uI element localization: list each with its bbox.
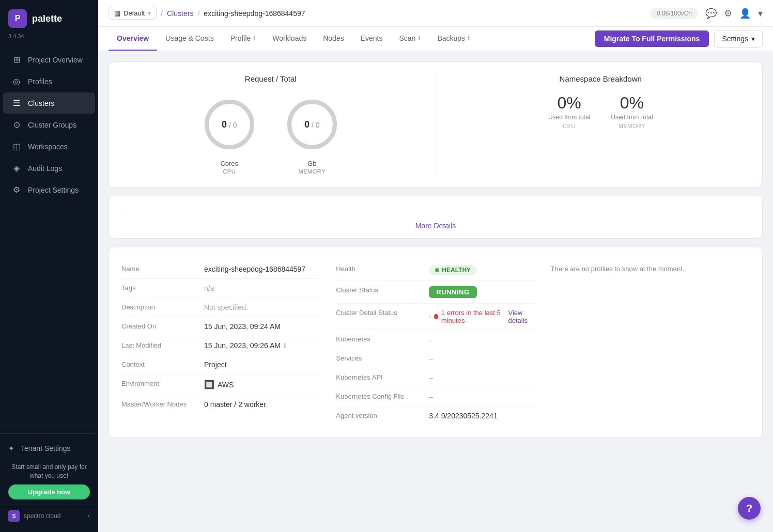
metrics-card: Request / Total 0 / 0 (109, 61, 763, 187)
topbar-left: ▦ Default ▾ / Clusters / exciting-sheepd… (109, 7, 305, 20)
upgrade-button[interactable]: Upgrade now (8, 484, 90, 499)
tenant-settings-label: Tenant Settings (21, 444, 71, 452)
status-detail-row: Cluster Detail Status › 1 errors in the … (336, 304, 535, 330)
info-modified-value: 15 Jun, 2023, 09:26 AM ℹ (204, 341, 286, 350)
breadcrumb-clusters-link[interactable]: Clusters (167, 9, 193, 18)
memory-gauge: 0 / 0 Gb MEMORY (281, 93, 343, 175)
logo-icon: P (8, 9, 27, 28)
sidebar-item-project-settings[interactable]: ⚙ Project Settings (3, 179, 95, 200)
tab-usage-costs-label: Usage & Costs (165, 34, 213, 42)
more-details-card: More Details (109, 196, 763, 239)
sidebar-item-label: Project Settings (28, 186, 79, 194)
status-health-row: Health HEALTHY (336, 260, 535, 281)
more-details-link[interactable]: More Details (121, 213, 750, 230)
sidebar-bottom: ✦ Tenant Settings Start small and only p… (0, 433, 98, 532)
tab-events-label: Events (361, 34, 383, 42)
topbar-chevron-icon[interactable]: ▾ (758, 8, 763, 19)
status-k8s-value: – (429, 335, 433, 343)
logo-text: palette (32, 13, 62, 24)
info-nodes-label: Master/Worker Nodes (121, 400, 204, 408)
sidebar-item-label: Cluster Groups (28, 121, 76, 129)
metrics-left: Request / Total 0 / 0 (121, 74, 436, 175)
ns-memory-type: MEMORY (611, 123, 653, 129)
status-k8s-config-value: – (429, 393, 433, 401)
spectro-brand-text: spectro cloud (24, 512, 60, 520)
project-selector[interactable]: ▦ Default ▾ (109, 7, 157, 20)
info-tags-row: Tags n/a (121, 279, 320, 298)
tab-usage-costs[interactable]: Usage & Costs (157, 27, 222, 51)
cpu-value: 0 (222, 119, 227, 130)
metrics-right: Namespace Breakdown 0% Used from total C… (436, 74, 750, 175)
ns-memory-percent: 0% (611, 93, 653, 113)
help-button[interactable]: ? (738, 497, 761, 520)
collapse-icon[interactable]: ‹ (88, 512, 90, 520)
settings-button[interactable]: Settings ▾ (714, 30, 763, 48)
status-detail-value: › 1 errors in the last 5 minutes View de… (429, 309, 535, 324)
status-services-label: Services (336, 354, 429, 362)
migrate-button[interactable]: Migrate To Full Permissions (595, 30, 709, 47)
sidebar-item-label: Profiles (28, 77, 52, 86)
status-agent-row: Agent version 3.4.9/20230525.2241 (336, 406, 535, 425)
breadcrumb-current: exciting-sheepdog-1686844597 (204, 9, 305, 18)
sidebar-item-workspaces[interactable]: ◫ Workspaces (3, 136, 95, 157)
cluster-info-card: Name exciting-sheepdog-1686844597 Tags n… (109, 247, 763, 438)
default-project-label: Default (123, 9, 145, 17)
view-details-link[interactable]: View details (508, 309, 535, 324)
namespace-title: Namespace Breakdown (452, 74, 750, 83)
user-icon[interactable]: 👤 (739, 8, 751, 19)
sidebar-item-project-overview[interactable]: ⊞ Project Overview (3, 49, 95, 70)
info-name-label: Name (121, 265, 204, 273)
tab-workloads[interactable]: Workloads (264, 27, 315, 51)
status-k8s-config-row: Kubernetes Config File – (336, 387, 535, 406)
sidebar-item-cluster-groups[interactable]: ⊙ Cluster Groups (3, 114, 95, 135)
tab-info-icon: ℹ (253, 35, 256, 42)
sidebar-item-label: Clusters (28, 99, 54, 107)
info-tags-label: Tags (121, 284, 204, 292)
info-env-row: Environment 🔲 AWS (121, 374, 320, 395)
tab-scan[interactable]: Scan ℹ (391, 27, 429, 51)
modified-info-icon: ℹ (284, 342, 286, 349)
tab-backups[interactable]: Backups ℹ (429, 27, 478, 51)
info-nodes-row: Master/Worker Nodes 0 master / 2 worker (121, 395, 320, 414)
tab-backups-label: Backups (437, 34, 465, 42)
sidebar-item-profiles[interactable]: ◎ Profiles (3, 71, 95, 92)
namespace-memory: 0% Used from total MEMORY (611, 93, 653, 129)
tab-list: Overview Usage & Costs Profile ℹ Workloa… (109, 27, 478, 51)
tab-workloads-label: Workloads (272, 34, 306, 42)
tab-events[interactable]: Events (352, 27, 391, 51)
cpu-unit: Cores (198, 160, 260, 167)
tab-overview[interactable]: Overview (109, 27, 157, 51)
tab-nodes[interactable]: Nodes (315, 27, 352, 51)
chat-icon[interactable]: 💬 (705, 8, 717, 19)
status-col: Health HEALTHY Cluster Status RUNNING (336, 260, 535, 425)
topbar-right: 0.08/100vCh 💬 ⚙ 👤 ▾ (651, 8, 763, 19)
status-health-label: Health (336, 265, 429, 273)
profiles-icon: ◎ (11, 76, 22, 86)
healthy-dot (435, 268, 439, 272)
tab-profile[interactable]: Profile ℹ (222, 27, 265, 51)
sidebar-item-clusters[interactable]: ☰ Clusters (3, 92, 95, 114)
sidebar-item-audit-logs[interactable]: ◈ Audit Logs (3, 158, 95, 179)
gear-icon[interactable]: ⚙ (724, 8, 732, 19)
info-context-label: Context (121, 361, 204, 368)
clusters-icon: ☰ (11, 98, 22, 108)
main-content: ▦ Default ▾ / Clusters / exciting-sheepd… (98, 0, 773, 532)
sidebar-item-label: Audit Logs (28, 164, 62, 173)
status-k8s-api-value: – (429, 373, 433, 382)
modified-text: 15 Jun, 2023, 09:26 AM (204, 341, 281, 350)
info-modified-label: Last Modified (121, 341, 204, 349)
sidebar-item-tenant-settings[interactable]: ✦ Tenant Settings (0, 439, 98, 458)
memory-total: / 0 (310, 121, 319, 129)
memory-gauge-wrap: 0 / 0 (281, 93, 343, 155)
settings-icon: ⚙ (11, 185, 22, 195)
workspaces-icon: ◫ (11, 142, 22, 151)
page-content: Request / Total 0 / 0 (98, 51, 773, 532)
tab-nodes-label: Nodes (323, 34, 344, 42)
status-k8s-row: Kubernetes – (336, 330, 535, 349)
status-running-value: RUNNING (429, 286, 476, 298)
status-k8s-label: Kubernetes (336, 335, 429, 343)
status-agent-label: Agent version (336, 412, 429, 419)
env-text: AWS (218, 381, 234, 389)
cpu-type: CPU (198, 168, 260, 175)
sidebar-nav: ⊞ Project Overview ◎ Profiles ☰ Clusters… (0, 46, 98, 433)
